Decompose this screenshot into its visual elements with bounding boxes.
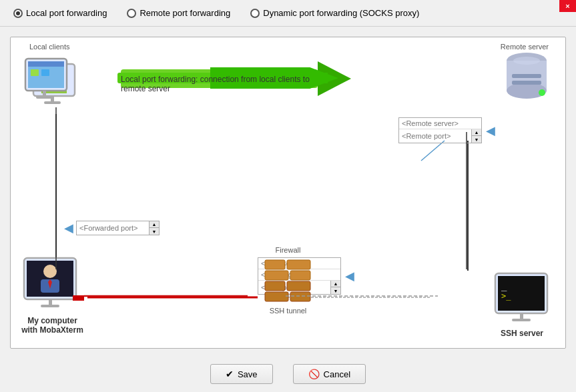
ssh-server-icon: _ >_	[492, 272, 552, 324]
svg-rect-36	[49, 299, 52, 305]
remote-port-up[interactable]: ▲	[472, 129, 481, 136]
radio-circle-local	[13, 9, 23, 18]
remote-server-icon-group	[499, 47, 555, 106]
svg-rect-19	[28, 61, 64, 67]
my-computer-icon	[21, 257, 84, 311]
remote-fields-arrow: ◀	[486, 123, 495, 138]
remote-server-input[interactable]	[399, 118, 479, 129]
forwarded-port-input[interactable]	[77, 223, 149, 233]
cancel-button[interactable]: 🚫 Cancel	[293, 364, 366, 384]
svg-rect-20	[31, 69, 39, 76]
svg-rect-46	[287, 260, 310, 269]
save-button[interactable]: ✔ Save	[210, 364, 273, 384]
radio-circle-remote	[127, 9, 136, 18]
cancel-icon: 🚫	[308, 369, 320, 379]
svg-rect-22	[43, 91, 46, 96]
svg-rect-23	[36, 96, 53, 99]
ssh-server-group: _ >_ SSH server	[492, 272, 552, 338]
firewall-label-container: Firewall	[262, 246, 315, 305]
ssh-port-up[interactable]: ▲	[331, 281, 340, 287]
forwarded-port-spinner[interactable]: ▲ ▼	[149, 221, 159, 235]
radio-local-port[interactable]: Local port forwarding	[13, 8, 107, 18]
remote-server-icon	[499, 47, 555, 104]
save-label: Save	[238, 369, 258, 379]
local-client-monitor-front	[24, 57, 72, 105]
firewall-icon	[262, 257, 315, 303]
radio-options-row: Local port forwarding Remote port forwar…	[0, 0, 576, 27]
svg-rect-21	[41, 69, 49, 76]
forwarded-port-field-group: ▲ ▼	[76, 221, 160, 235]
svg-rect-45	[265, 260, 285, 269]
firewall-group: Firewall SSH tunnel	[262, 246, 315, 315]
radio-dynamic-port[interactable]: Dynamic port forwarding (SOCKS proxy)	[250, 8, 419, 18]
main-container: × Local port forwarding Remote port forw…	[0, 0, 576, 392]
ssh-port-spinner[interactable]: ▲ ▼	[330, 281, 340, 294]
close-icon: ×	[565, 3, 569, 10]
svg-rect-37	[41, 305, 59, 307]
svg-rect-28	[512, 81, 541, 85]
close-button[interactable]: ×	[559, 0, 576, 12]
save-icon: ✔	[226, 369, 234, 379]
svg-rect-48	[290, 271, 310, 280]
radio-remote-port[interactable]: Remote port forwarding	[127, 8, 230, 18]
diagram-area: Local clients Remote server Local port f…	[10, 37, 566, 349]
remote-port-row: ▲ ▼	[399, 129, 481, 143]
remote-fields-group: ▲ ▼ ◀	[398, 117, 495, 143]
svg-point-33	[43, 265, 57, 278]
remote-port-spinner[interactable]: ▲ ▼	[471, 129, 481, 143]
svg-text:_: _	[501, 280, 507, 291]
radio-remote-label: Remote port forwarding	[139, 8, 230, 18]
svg-text:>_: >_	[501, 291, 511, 301]
svg-rect-47	[265, 271, 288, 280]
svg-line-9	[421, 141, 445, 161]
ssh-fields-arrow: ◀	[345, 269, 354, 283]
svg-point-29	[539, 89, 545, 96]
my-computer-label: My computerwith MobaXterm	[21, 316, 84, 335]
svg-rect-50	[287, 281, 310, 291]
ssh-port-down[interactable]: ▼	[331, 287, 340, 294]
svg-rect-52	[290, 292, 310, 301]
forwarded-port-down[interactable]: ▼	[150, 228, 159, 235]
my-computer-group: My computerwith MobaXterm	[21, 257, 84, 335]
local-clients-label: Local clients	[29, 43, 70, 51]
radio-dynamic-label: Dynamic port forwarding (SOCKS proxy)	[263, 8, 419, 18]
svg-rect-49	[265, 281, 285, 291]
cancel-label: Cancel	[324, 369, 350, 379]
button-row: ✔ Save 🚫 Cancel	[0, 364, 576, 384]
description-text: Local port forwarding: connection from l…	[121, 75, 314, 93]
remote-port-down[interactable]: ▼	[472, 136, 481, 143]
svg-rect-38	[73, 295, 84, 301]
svg-rect-43	[520, 313, 523, 319]
svg-rect-27	[512, 74, 541, 78]
svg-point-30	[513, 57, 540, 65]
radio-local-label: Local port forwarding	[26, 8, 107, 18]
svg-rect-44	[512, 319, 531, 321]
remote-port-input[interactable]	[399, 131, 471, 141]
forwarded-port-up[interactable]: ▲	[150, 221, 159, 228]
svg-rect-51	[265, 292, 288, 301]
ssh-tunnel-label: SSH tunnel	[262, 307, 315, 315]
firewall-label: Firewall	[262, 246, 315, 254]
forwarded-port-arrow: ◀	[64, 221, 73, 235]
remote-server-row	[399, 118, 481, 129]
forwarded-port-group: ◀ ▲ ▼	[64, 221, 160, 235]
radio-circle-dynamic	[250, 9, 260, 18]
ssh-server-label: SSH server	[492, 329, 552, 338]
